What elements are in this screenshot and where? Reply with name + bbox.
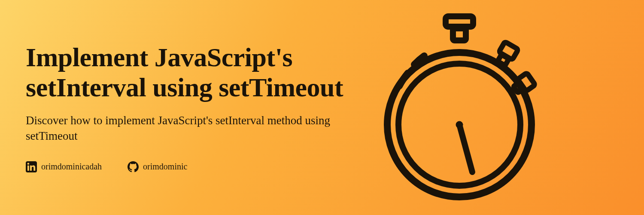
svg-line-9 [459,125,472,172]
linkedin-handle: orimdominicadah [41,162,102,172]
linkedin-icon [26,161,37,172]
github-handle: orimdominic [143,162,187,172]
svg-rect-1 [453,28,466,40]
page-title: Implement JavaScript's setInterval using… [26,43,361,102]
stopwatch-icon [361,13,558,202]
github-icon [128,161,139,172]
page-subtitle: Discover how to implement JavaScript's s… [26,113,361,144]
linkedin-link[interactable]: orimdominicadah [26,161,102,172]
svg-rect-0 [446,16,473,27]
github-link[interactable]: orimdominic [128,161,187,172]
social-links: orimdominicadah orimdominic [26,161,361,172]
content-area: Implement JavaScript's setInterval using… [26,43,361,172]
